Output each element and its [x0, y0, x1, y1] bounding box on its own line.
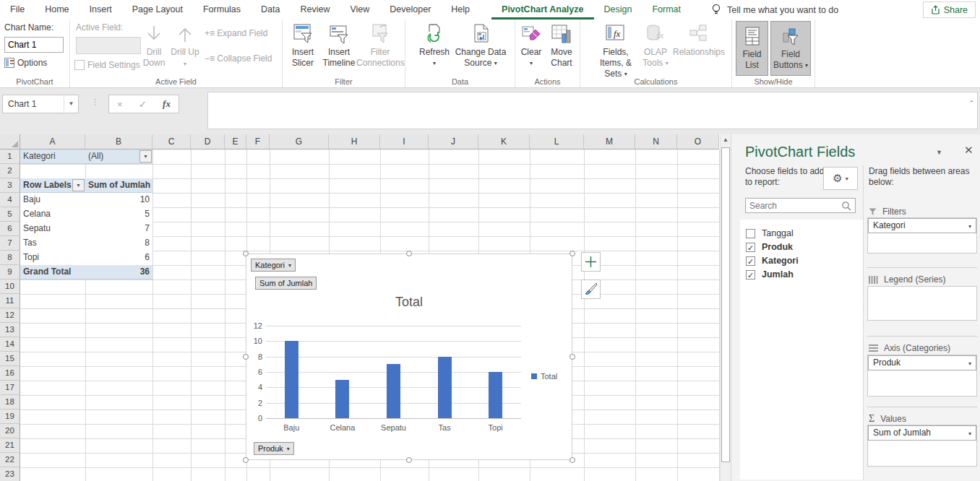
- chart-bar-topi[interactable]: [489, 372, 502, 418]
- chart-value-field-button[interactable]: Sum of Jumlah: [255, 277, 317, 290]
- pivot-grand-total-label[interactable]: Grand Total: [20, 265, 85, 280]
- chart-legend[interactable]: Total: [531, 372, 557, 381]
- insert-slicer-button[interactable]: Insert Slicer: [285, 22, 321, 69]
- row-header-10[interactable]: 10: [0, 280, 20, 294]
- tab-design[interactable]: Design: [594, 0, 642, 20]
- chart-selection-handle[interactable]: [406, 251, 412, 256]
- pivot-row-labels-header[interactable]: Row Labels▼: [20, 178, 85, 193]
- field-item-kategori[interactable]: ✓Kategori: [746, 254, 799, 267]
- row-header-23[interactable]: 23: [0, 467, 20, 481]
- vertical-scrollbar[interactable]: ▲: [720, 134, 731, 481]
- chart-selection-handle[interactable]: [569, 354, 575, 360]
- share-button[interactable]: Share: [923, 1, 976, 18]
- chart-selection-handle[interactable]: [243, 251, 249, 256]
- tab-formulas[interactable]: Formulas: [193, 0, 251, 20]
- checkbox-produk[interactable]: ✓: [746, 243, 755, 252]
- pivot-row-value[interactable]: 8: [85, 236, 152, 251]
- checkbox-jumlah[interactable]: ✓: [746, 270, 755, 280]
- checkbox-tanggal[interactable]: [746, 229, 755, 238]
- field-item-produk[interactable]: ✓Produk: [746, 240, 793, 254]
- row-header-19[interactable]: 19: [0, 410, 20, 424]
- values-area-box[interactable]: Sum of Jumlah▾: [867, 425, 977, 467]
- row-header-5[interactable]: 5: [0, 207, 20, 222]
- column-header-H[interactable]: H: [329, 134, 380, 150]
- filter-dropdown-icon[interactable]: ▼: [139, 150, 152, 162]
- pivot-row-label[interactable]: Sepatu: [20, 222, 85, 236]
- row-header-16[interactable]: 16: [0, 366, 20, 381]
- tab-home[interactable]: Home: [35, 0, 79, 20]
- row-header-22[interactable]: 22: [0, 453, 20, 467]
- row-header-17[interactable]: 17: [0, 381, 20, 395]
- row-header-8[interactable]: 8: [0, 251, 20, 265]
- row-header-3[interactable]: 3: [0, 178, 20, 193]
- row-header-7[interactable]: 7: [0, 236, 20, 251]
- row-header-15[interactable]: 15: [0, 352, 20, 366]
- search-input[interactable]: Search: [745, 198, 856, 213]
- chart-bar-tas[interactable]: [438, 357, 452, 418]
- scroll-up-icon[interactable]: ▲: [721, 134, 731, 147]
- chart-title[interactable]: Total: [246, 295, 572, 310]
- row-header-20[interactable]: 20: [0, 424, 20, 438]
- pivot-values-header[interactable]: Sum of Jumlah: [85, 178, 152, 193]
- chart-bar-sepatu[interactable]: [387, 364, 400, 418]
- row-header-6[interactable]: 6: [0, 222, 20, 236]
- row-labels-dropdown-icon[interactable]: ▼: [72, 179, 85, 191]
- tab-file[interactable]: File: [0, 0, 35, 20]
- legend-area-box[interactable]: [867, 286, 977, 321]
- tab-review[interactable]: Review: [290, 0, 340, 20]
- row-header-14[interactable]: 14: [0, 337, 20, 352]
- checkbox-kategori[interactable]: ✓: [746, 256, 755, 266]
- pivot-row-value[interactable]: 7: [85, 222, 152, 236]
- formula-input[interactable]: [207, 92, 978, 129]
- field-buttons-toggle[interactable]: Field Buttons ▾: [770, 21, 811, 76]
- filters-area-box[interactable]: Kategori▾: [867, 217, 977, 254]
- field-item-jumlah[interactable]: ✓Jumlah: [746, 268, 794, 281]
- tab-pivotchart-analyze[interactable]: PivotChart Analyze: [491, 0, 593, 20]
- chart-selection-handle[interactable]: [569, 251, 575, 256]
- pivot-filter-field-cell[interactable]: Kategori: [20, 150, 85, 164]
- refresh-button[interactable]: Refresh▾: [416, 22, 453, 69]
- name-box-dropdown-icon[interactable]: ▼: [64, 95, 78, 113]
- pane-close-icon[interactable]: ✕: [964, 144, 973, 157]
- column-header-N[interactable]: N: [635, 134, 677, 150]
- pivot-row-value[interactable]: 5: [85, 207, 152, 222]
- column-header-A[interactable]: A: [20, 134, 85, 150]
- pane-options-icon[interactable]: ▼: [936, 149, 942, 156]
- tab-format[interactable]: Format: [642, 0, 691, 20]
- insert-function-icon[interactable]: fx: [163, 98, 171, 110]
- pane-tools-button[interactable]: ⚙▾: [823, 167, 858, 190]
- name-box[interactable]: Chart 1 ▼: [2, 95, 79, 113]
- row-header-12[interactable]: 12: [0, 308, 20, 323]
- column-header-D[interactable]: D: [191, 134, 225, 150]
- enter-icon[interactable]: ✓: [139, 99, 147, 110]
- row-header-4[interactable]: 4: [0, 193, 20, 207]
- column-header-I[interactable]: I: [380, 134, 429, 150]
- chart-selection-handle[interactable]: [569, 457, 575, 463]
- tell-me-box[interactable]: Tell me what you want to do: [711, 4, 838, 16]
- chart-selection-handle[interactable]: [406, 457, 412, 463]
- pivot-row-label[interactable]: Baju: [20, 193, 85, 207]
- pivot-grand-total-value[interactable]: 36: [85, 265, 152, 280]
- tab-data[interactable]: Data: [251, 0, 290, 20]
- clear-button[interactable]: Clear▾: [517, 22, 546, 69]
- row-header-11[interactable]: 11: [0, 294, 20, 308]
- chart-styles-button[interactable]: [581, 280, 601, 299]
- move-chart-button[interactable]: Move Chart: [546, 22, 577, 69]
- row-header-9[interactable]: 9: [0, 265, 20, 280]
- values-field-chip[interactable]: Sum of Jumlah▾: [868, 425, 976, 441]
- chart-filter-field-button[interactable]: Kategori▾: [251, 259, 296, 272]
- pivot-filter-value-cell[interactable]: (All)▼: [85, 150, 152, 164]
- pivot-row-label[interactable]: Topi: [20, 251, 85, 265]
- options-button[interactable]: Options: [4, 58, 47, 68]
- row-header-18[interactable]: 18: [0, 395, 20, 410]
- column-header-F[interactable]: F: [246, 134, 270, 150]
- tab-insert[interactable]: Insert: [79, 0, 122, 20]
- column-header-C[interactable]: C: [152, 134, 191, 150]
- column-header-B[interactable]: B: [85, 134, 152, 150]
- chart-bar-baju[interactable]: [285, 341, 298, 418]
- chart-selection-handle[interactable]: [243, 354, 249, 360]
- column-header-G[interactable]: G: [270, 134, 329, 150]
- column-header-K[interactable]: K: [478, 134, 530, 150]
- chart-bar-celana[interactable]: [335, 380, 349, 418]
- insert-timeline-button[interactable]: Insert Timeline: [319, 22, 359, 69]
